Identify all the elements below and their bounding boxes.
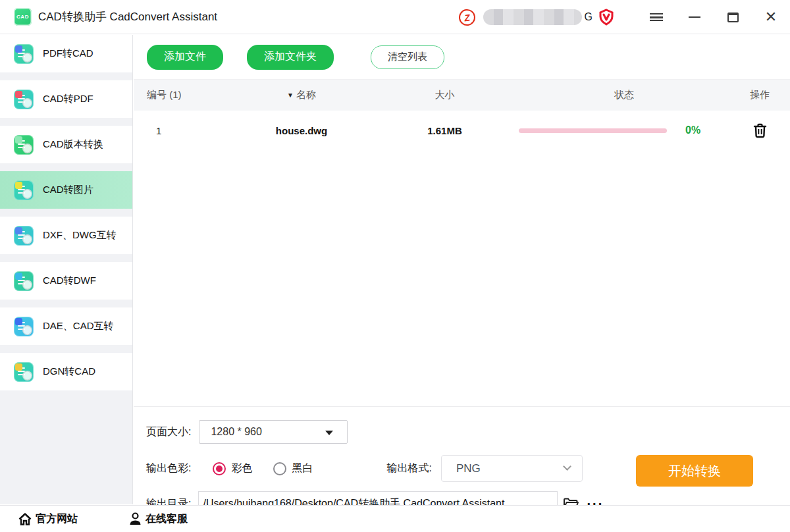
sidebar-item-dae-cad-convert[interactable]: DAE、CAD互转	[0, 307, 132, 345]
username-suffix: G	[585, 11, 592, 23]
dgn-to-cad-icon	[14, 362, 34, 382]
username-blurred	[483, 9, 582, 25]
sidebar: PDF转CAD CAD转PDF CAD版本转换 CAD转图片 DXF、DWG互转…	[0, 35, 133, 504]
row-filesize: 1.61MB	[371, 125, 519, 136]
cad-version-convert-icon	[14, 135, 34, 155]
sidebar-item-cad-to-dwf[interactable]: CAD转DWF	[0, 262, 132, 300]
file-toolbar: 添加文件 添加文件夹 清空列表	[134, 35, 790, 80]
sidebar-item-cad-to-image[interactable]: CAD转图片	[0, 171, 132, 209]
cad-to-pdf-icon	[14, 90, 34, 109]
sidebar-item-dgn-to-cad[interactable]: DGN转CAD	[0, 353, 132, 390]
vip-badge-icon[interactable]	[598, 9, 615, 26]
home-icon	[18, 513, 32, 525]
maximize-icon	[727, 13, 739, 22]
add-file-button[interactable]: 添加文件	[147, 45, 223, 70]
radio-bw[interactable]	[273, 462, 286, 475]
settings-panel: 页面大小: 1280 * 960 输出色彩: 彩色 黑白 输出格式: PNG 开…	[134, 406, 790, 504]
progress-bar	[519, 128, 667, 133]
sidebar-item-cad-to-pdf[interactable]: CAD转PDF	[0, 80, 132, 118]
app-logo-icon: CAD	[14, 8, 32, 26]
titlebar: CAD CAD转换助手 CadConvert Assistant Z G ✕	[0, 0, 790, 34]
page-size-label: 页面大小:	[146, 425, 191, 439]
header-index: 编号 (1)	[134, 89, 232, 101]
hamburger-icon	[650, 13, 663, 21]
dxf-dwg-convert-icon	[14, 226, 34, 246]
page-size-select[interactable]: 1280 * 960	[199, 420, 348, 444]
cad-to-dwf-icon	[14, 271, 34, 291]
dropdown-arrow-icon	[325, 431, 333, 435]
chevron-down-icon	[563, 462, 571, 471]
table-row: 1 house.dwg 1.61MB 0%	[134, 111, 790, 150]
add-folder-button[interactable]: 添加文件夹	[247, 45, 334, 70]
close-button[interactable]: ✕	[752, 0, 790, 34]
delete-file-button[interactable]	[729, 123, 790, 138]
customer-service-icon	[129, 512, 142, 525]
row-index: 1	[134, 125, 232, 136]
radio-color[interactable]	[213, 462, 226, 475]
online-support-link[interactable]: 在线客服	[129, 512, 188, 526]
main-area: 添加文件 添加文件夹 清空列表 编号 (1) ▼名称 大小 状态 操作 1 ho…	[134, 35, 790, 504]
z-brand-icon: Z	[458, 8, 476, 26]
start-convert-button[interactable]: 开始转换	[636, 455, 753, 487]
radio-bw-label[interactable]: 黑白	[292, 462, 313, 475]
row-status: 0%	[519, 124, 729, 136]
sidebar-item-cad-version-convert[interactable]: CAD版本转换	[0, 126, 132, 163]
minimize-button[interactable]	[675, 0, 714, 34]
close-icon: ✕	[765, 10, 777, 24]
sidebar-item-dxf-dwg-convert[interactable]: DXF、DWG互转	[0, 217, 132, 254]
header-name[interactable]: ▼名称	[232, 89, 371, 101]
progress-percent: 0%	[685, 124, 700, 136]
menu-button[interactable]	[637, 0, 675, 34]
maximize-button[interactable]	[714, 0, 752, 34]
minimize-icon	[689, 16, 700, 18]
clear-list-button[interactable]: 清空列表	[371, 45, 444, 69]
cad-to-image-icon	[14, 180, 34, 200]
dae-cad-convert-icon	[14, 317, 34, 336]
output-format-label: 输出格式:	[386, 462, 431, 475]
footer: 官方网站 在线客服	[0, 505, 790, 532]
output-format-select[interactable]: PNG	[441, 455, 583, 482]
sidebar-item-pdf-to-cad[interactable]: PDF转CAD	[0, 35, 132, 72]
header-status: 状态	[519, 89, 729, 101]
sort-desc-icon: ▼	[287, 92, 294, 99]
radio-color-label[interactable]: 彩色	[231, 462, 252, 475]
header-action: 操作	[729, 89, 790, 101]
trash-icon	[753, 123, 767, 138]
header-size: 大小	[371, 89, 519, 101]
pdf-to-cad-icon	[14, 44, 34, 64]
table-header: 编号 (1) ▼名称 大小 状态 操作	[134, 80, 790, 111]
official-site-link[interactable]: 官方网站	[18, 512, 78, 526]
app-title: CAD转换助手 CadConvert Assistant	[38, 9, 217, 24]
output-color-label: 输出色彩:	[146, 462, 191, 475]
row-filename: house.dwg	[232, 125, 371, 136]
